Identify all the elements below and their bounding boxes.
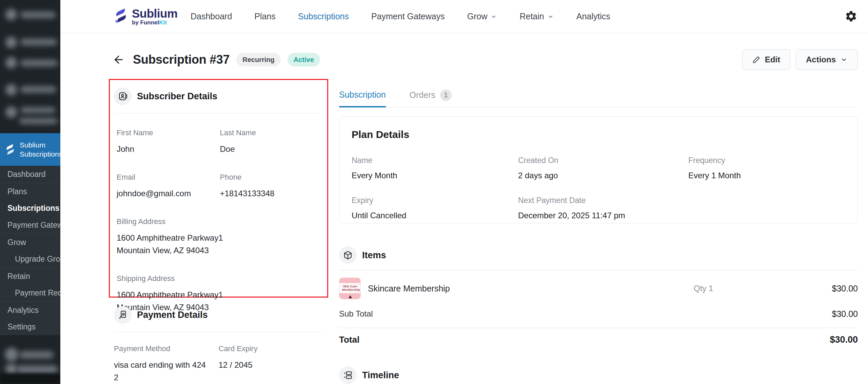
items-header: Items	[339, 246, 386, 264]
subscriber-details-header: Subscriber Details	[114, 87, 323, 105]
field-email: Email johndoe@gmail.com	[117, 173, 220, 200]
field-plan-name: Name Every Month	[352, 156, 518, 180]
chevron-down-icon	[547, 13, 554, 20]
sidebar-item-retain[interactable]: Retain	[0, 267, 60, 284]
section-title: Payment Details	[137, 310, 208, 320]
timeline-header: Timeline	[339, 366, 399, 384]
top-nav-links: Dashboard Plans Subscriptions Payment Ga…	[191, 0, 610, 33]
field-frequency: Frequency Every 1 Month	[688, 156, 845, 180]
nav-link-plans[interactable]: Plans	[254, 12, 276, 21]
sidebar-item-settings[interactable]: Settings	[0, 318, 60, 335]
blurred-menu-label	[20, 86, 56, 93]
blurred-menu-label	[17, 365, 58, 374]
tab-orders[interactable]: Orders 1	[410, 84, 452, 107]
blurred-menu-label	[19, 118, 58, 124]
sidebar-item-label: Sublium Subscriptions	[20, 140, 58, 159]
field-payment-method: Payment Method visa card ending with 424…	[114, 344, 219, 384]
plugin-top-nav: Sublium by FunnelKit Dashboard Plans Sub…	[60, 0, 868, 33]
line-item-row: Skin Care Membership Skincare Membership…	[339, 278, 858, 299]
timeline-list-icon	[339, 366, 357, 384]
page-title: Subscription #37	[133, 53, 230, 67]
section-title: Items	[362, 250, 386, 261]
actions-button[interactable]: Actions	[796, 49, 858, 70]
blurred-menu-label	[20, 60, 58, 66]
sidebar-item-subscriptions[interactable]: Subscriptions	[0, 200, 60, 217]
detail-tabs: Subscription Orders 1	[339, 84, 858, 107]
plan-details-card: Plan Details Name Every Month Created On…	[339, 116, 858, 223]
blurred-menu-icon	[5, 84, 17, 96]
nav-link-retain[interactable]: Retain	[519, 12, 554, 21]
divider	[114, 113, 323, 114]
sidebar-item-dashboard[interactable]: Dashboard	[0, 166, 60, 183]
chevron-down-icon	[840, 56, 848, 63]
blurred-menu-icon	[5, 348, 18, 361]
plan-fields: Name Every Month Created On 2 days ago F…	[352, 156, 845, 220]
product-price: $30.00	[832, 284, 858, 294]
tab-subscription[interactable]: Subscription	[339, 84, 386, 107]
sidebar-collapse-strip	[0, 373, 60, 384]
blurred-menu-label	[20, 351, 54, 359]
nav-link-subscriptions[interactable]: Subscriptions	[298, 12, 349, 21]
wp-admin-sidebar: Sublium Subscriptions Dashboard Plans Su…	[0, 0, 60, 384]
lipstick-graphic	[349, 295, 352, 298]
contact-card-icon	[114, 87, 132, 105]
nav-link-payment-gateways[interactable]: Payment Gateways	[371, 12, 445, 21]
divider	[114, 332, 323, 332]
main-content: Subscription #37 Recurring Active Edit A…	[60, 33, 868, 384]
section-title: Timeline	[362, 370, 399, 381]
settings-button[interactable]	[844, 9, 859, 24]
header-buttons: Edit Actions	[742, 49, 858, 70]
field-next-payment-date: Next Payment Date December 20, 2025 11:4…	[518, 196, 688, 220]
subscriber-details-panel annotation-highlight: Subscriber Details First Name John Last …	[109, 79, 328, 298]
chevron-down-icon	[490, 13, 497, 20]
payment-details-header: Payment Details	[114, 306, 323, 324]
blurred-menu-icon	[5, 106, 17, 118]
blurred-menu-icon	[5, 9, 17, 20]
sublium-submenu: Dashboard Plans Subscriptions Payment Ga…	[0, 166, 60, 335]
field-last-name: Last Name Doe	[220, 128, 323, 155]
product-name: Skincare Membership	[368, 284, 450, 294]
pencil-icon	[752, 56, 761, 64]
field-expiry: Expiry Until Cancelled	[352, 196, 518, 220]
package-icon	[339, 246, 357, 264]
nav-link-grow[interactable]: Grow	[467, 12, 497, 21]
sidebar-item-payment-gateways[interactable]: Payment Gateways	[0, 217, 60, 234]
page-header: Subscription #37 Recurring Active Edit A…	[111, 48, 858, 71]
gear-icon	[845, 10, 857, 23]
sidebar-item-grow[interactable]: Grow	[0, 234, 60, 250]
sub-total-row: Sub Total $30.00	[339, 309, 858, 319]
sidebar-item-plans[interactable]: Plans	[0, 183, 60, 200]
divider	[339, 328, 858, 328]
blurred-menu-label	[20, 107, 56, 113]
nav-link-analytics[interactable]: Analytics	[576, 12, 610, 21]
sidebar-item-payment-recovery[interactable]: Payment Recovery	[0, 284, 60, 301]
back-button[interactable]	[111, 52, 126, 67]
section-title: Subscriber Details	[137, 91, 217, 102]
blurred-menu-icon	[5, 37, 17, 48]
sidebar-item-sublium-subscriptions[interactable]: Sublium Subscriptions	[0, 133, 60, 166]
payment-fields: Payment Method visa card ending with 424…	[114, 344, 323, 384]
blurred-menu-icon	[5, 363, 17, 375]
field-phone: Phone +18143133348	[220, 173, 323, 200]
sublium-logo-icon	[4, 143, 16, 156]
product-qty: Qty 1	[694, 284, 713, 293]
blurred-menu-icon	[5, 57, 17, 68]
edit-button[interactable]: Edit	[742, 49, 790, 70]
field-empty	[688, 196, 845, 220]
sidebar-item-upgrade-groups[interactable]: Upgrade Groups	[0, 250, 60, 267]
nav-link-dashboard[interactable]: Dashboard	[191, 12, 232, 21]
field-created-on: Created On 2 days ago	[518, 156, 688, 180]
blurred-menu-label	[20, 39, 57, 45]
recurring-badge: Recurring	[236, 53, 280, 66]
sublium-brand[interactable]: Sublium by FunnelKit	[114, 7, 178, 26]
sidebar-item-analytics[interactable]: Analytics	[0, 301, 60, 318]
brand-byline: by FunnelKit	[132, 20, 178, 26]
brand-name: Sublium	[132, 7, 178, 20]
cash-hand-icon	[114, 306, 132, 324]
subscriber-fields: First Name John Last Name Doe Email john…	[114, 128, 323, 314]
orders-count-badge: 1	[440, 89, 452, 101]
payment-details-panel: Payment Details Payment Method visa card…	[109, 306, 328, 384]
sublium-logo-icon	[114, 7, 129, 24]
blurred-menu-label	[20, 12, 56, 18]
field-billing-address: Billing Address 1600 Amphitheatre Parkwa…	[117, 217, 323, 257]
